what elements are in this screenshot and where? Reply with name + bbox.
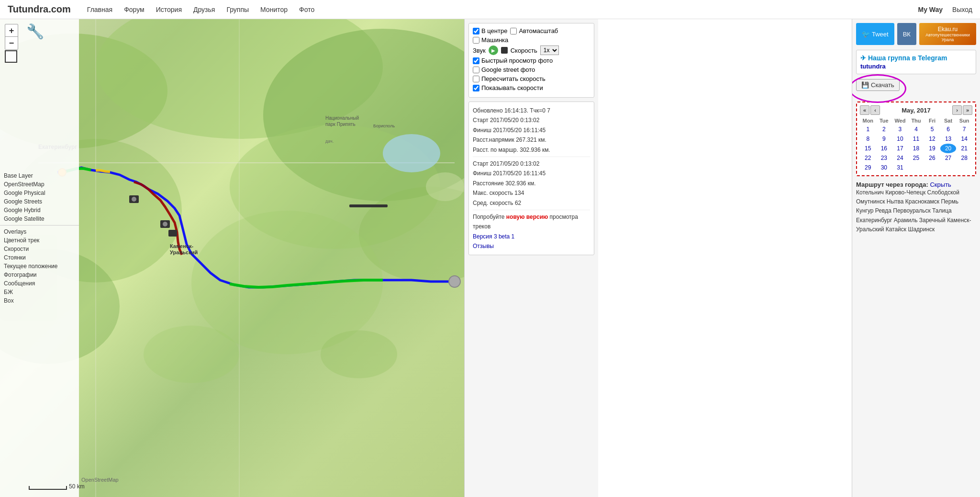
layer-messages[interactable]: Сообщения — [0, 279, 79, 288]
map-park-sublabel: дач. — [325, 139, 334, 144]
version-link[interactable]: Версия 3 beta 1 — [473, 233, 514, 240]
quick-photo-label[interactable]: Быстрый просмотр фото — [473, 57, 553, 64]
download-button[interactable]: 💾 Скачать — [856, 79, 900, 91]
cal-day-22[interactable]: 22 — [860, 153, 876, 163]
nav-groups[interactable]: Группы — [226, 6, 249, 13]
cal-day-28[interactable]: 28 — [956, 153, 972, 163]
map-park-label: Национальныйпарк Припять — [325, 115, 359, 127]
cal-day-18[interactable]: 18 — [908, 144, 924, 153]
cal-day-15[interactable]: 15 — [860, 144, 876, 153]
nav-monitor[interactable]: Монитор — [260, 6, 288, 13]
main-container: + − 🔧 Екатеринбург Каменск- Уральский На… — [0, 19, 980, 497]
recalc-speed-label[interactable]: Пересчитать скорость — [473, 75, 546, 82]
cal-day-29[interactable]: 29 — [860, 163, 876, 172]
cal-day-5[interactable]: 5 — [924, 124, 940, 134]
cal-day-27[interactable]: 27 — [940, 153, 957, 163]
stop-button[interactable] — [501, 47, 508, 54]
finish2-info: Финиш 2017/05/20 16:11:45 — [473, 169, 590, 178]
center-checkbox-label[interactable]: В центре — [473, 27, 507, 34]
google-street-checkbox[interactable] — [473, 67, 479, 73]
cal-day-8[interactable]: 8 — [860, 134, 876, 144]
cal-day-9[interactable]: 9 — [876, 134, 892, 144]
speed-select[interactable]: 1x 2x 5x — [540, 45, 559, 55]
cal-header-thu: Thu — [908, 117, 924, 124]
google-street-label[interactable]: Google street фото — [473, 66, 535, 73]
nav-history[interactable]: История — [156, 6, 182, 13]
nav-logout[interactable]: Выход — [952, 6, 972, 13]
nav-home[interactable]: Главная — [87, 6, 112, 13]
cal-day-6[interactable]: 6 — [940, 124, 957, 134]
center-checkbox[interactable] — [473, 28, 479, 34]
layer-stops[interactable]: Стоянки — [0, 253, 79, 262]
layer-overlays[interactable]: Overlays — [0, 227, 79, 236]
download-icon: 💾 — [861, 81, 869, 89]
nav-myway[interactable]: My Way — [918, 6, 943, 13]
cal-day-31[interactable]: 31 — [892, 163, 908, 172]
cal-day-2[interactable]: 2 — [876, 124, 892, 134]
play-button[interactable]: ▶ — [489, 45, 498, 55]
calendar-header: « ‹ May, 2017 › » — [860, 105, 972, 115]
cal-day-19[interactable]: 19 — [924, 144, 940, 153]
nav-photo[interactable]: Фото — [299, 6, 314, 13]
layer-box[interactable]: Box — [0, 296, 79, 305]
cal-day-10[interactable]: 10 — [892, 134, 908, 144]
zoom-in-button[interactable]: + — [5, 24, 18, 37]
cal-prev-prev-button[interactable]: « — [860, 105, 869, 115]
route-hide-link[interactable]: Скрыть — [930, 181, 951, 188]
layer-google-satellite[interactable]: Google Satellite — [0, 215, 79, 223]
cal-day-13[interactable]: 13 — [940, 134, 957, 144]
cal-next-next-button[interactable]: » — [963, 105, 972, 115]
show-speed-checkbox[interactable] — [473, 85, 479, 91]
layer-google-physical[interactable]: Google Physical — [0, 189, 79, 197]
cal-day-21[interactable]: 21 — [956, 144, 972, 153]
tweet-button[interactable]: 🐦 Tweet — [856, 23, 894, 45]
cal-day-16[interactable]: 16 — [876, 144, 892, 153]
layer-osm[interactable]: OpenStreetMap — [0, 180, 79, 189]
layer-color-track[interactable]: Цветной трек — [0, 236, 79, 245]
layer-google-hybrid[interactable]: Google Hybrid — [0, 206, 79, 215]
cal-day-25[interactable]: 25 — [908, 153, 924, 163]
cal-day-30[interactable]: 30 — [876, 163, 892, 172]
cal-day-11[interactable]: 11 — [908, 134, 924, 144]
cal-day-12[interactable]: 12 — [924, 134, 940, 144]
nav-forum[interactable]: Форум — [124, 6, 145, 13]
machine-checkbox-label[interactable]: Машинка — [473, 36, 508, 44]
nav-friends[interactable]: Друзья — [193, 6, 215, 13]
cal-day-20[interactable]: 20 — [940, 144, 957, 153]
cal-prev-button[interactable]: ‹ — [870, 105, 880, 115]
quick-photo-checkbox[interactable] — [473, 57, 479, 64]
scale-text: 50 km — [69, 483, 85, 490]
telegram-icon: ✈ — [860, 54, 866, 62]
telegram-name[interactable]: tutundra — [860, 63, 972, 70]
cal-day-1[interactable]: 1 — [860, 124, 876, 134]
telegram-group: ✈ Наша группа в Telegram tutundra — [856, 50, 976, 74]
autoscale-checkbox[interactable] — [510, 28, 517, 34]
layer-speeds[interactable]: Скорости — [0, 245, 79, 253]
show-speed-label[interactable]: Показывать скорости — [473, 84, 543, 91]
cal-header-mon: Mon — [860, 117, 876, 124]
recalc-speed-checkbox[interactable] — [473, 76, 479, 82]
cal-day-26[interactable]: 26 — [924, 153, 940, 163]
ekb-button[interactable]: Ekau.ru Автопутешественники Урала — [919, 23, 976, 45]
cal-day-24[interactable]: 24 — [892, 153, 908, 163]
dist-direct-info: Расст.напрямик 267.321 км. — [473, 135, 590, 145]
cal-day-17[interactable]: 17 — [892, 144, 908, 153]
machine-checkbox[interactable] — [473, 37, 479, 44]
cal-day-14[interactable]: 14 — [956, 134, 972, 144]
cal-day-4[interactable]: 4 — [908, 124, 924, 134]
layer-bzh[interactable]: БЖ — [0, 288, 79, 296]
layer-base[interactable]: Base Layer — [0, 171, 79, 180]
cal-empty-4 — [956, 163, 972, 172]
new-version-link[interactable]: новую версию — [506, 214, 548, 220]
cal-next-button[interactable]: › — [952, 105, 962, 115]
feedback-link[interactable]: Отзывы — [473, 243, 494, 249]
layer-current-pos[interactable]: Текущее положение — [0, 262, 79, 271]
cal-day-7[interactable]: 7 — [956, 124, 972, 134]
zoom-out-button[interactable]: − — [5, 37, 18, 49]
autoscale-checkbox-label[interactable]: Автомасштаб — [510, 27, 558, 34]
cal-day-3[interactable]: 3 — [892, 124, 908, 134]
cal-day-23[interactable]: 23 — [876, 153, 892, 163]
vk-button[interactable]: ВК — [897, 23, 916, 45]
layer-google-streets[interactable]: Google Streets — [0, 197, 79, 206]
layer-photos[interactable]: Фотографии — [0, 271, 79, 279]
